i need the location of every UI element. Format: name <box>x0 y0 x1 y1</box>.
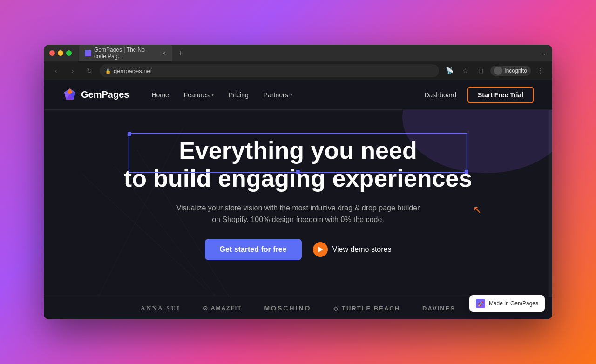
cursor-icon: ↖ <box>473 204 481 216</box>
get-started-button[interactable]: Get started for free <box>205 239 302 260</box>
nav-features[interactable]: Features ▾ <box>184 91 214 99</box>
hero-subtitle: Visualize your store vision with the mos… <box>172 202 424 226</box>
features-chevron: ▾ <box>211 92 214 97</box>
demo-label: View demo stores <box>332 245 392 254</box>
made-badge-label: Made in GemPages <box>489 300 538 307</box>
hero-title-line1: Everything you need <box>179 137 417 164</box>
tab-favicon <box>85 50 91 56</box>
logo[interactable]: GemPages <box>62 88 129 102</box>
tab-bar: GemPages | The No-code Pag... ✕ + <box>79 45 538 62</box>
cast-button[interactable]: 📡 <box>443 64 456 77</box>
url-text: gempages.net <box>114 67 152 74</box>
title-bar: GemPages | The No-code Pag... ✕ + ⌄ <box>44 45 552 61</box>
new-tab-button[interactable]: + <box>174 47 187 60</box>
nav-home[interactable]: Home <box>151 91 169 99</box>
minimize-window-button[interactable] <box>58 50 63 56</box>
brand-anna-sui: ANNA SUI <box>141 304 181 312</box>
profile-button[interactable]: ⊡ <box>474 64 488 77</box>
play-button <box>313 242 328 257</box>
page-content: GemPages Home Features ▾ Pricing Partner… <box>44 80 552 319</box>
reload-button[interactable]: ↻ <box>83 64 96 77</box>
address-actions: 📡 ☆ ⊡ Incognito ⋮ <box>443 64 547 77</box>
nav-actions: Dashboard Start Free Trial <box>424 87 534 103</box>
logo-text: GemPages <box>81 89 129 100</box>
tab-title: GemPages | The No-code Pag... <box>94 47 159 60</box>
close-window-button[interactable] <box>49 50 55 56</box>
hero-title-line2: to build engaging experiences <box>124 165 472 192</box>
back-button[interactable]: ‹ <box>49 64 62 77</box>
gempages-badge-icon: 🚀 <box>476 299 485 308</box>
address-bar: ‹ › ↻ 🔒 gempages.net 📡 ☆ ⊡ Incognito ⋮ <box>44 61 552 80</box>
browser-more-button[interactable]: ⌄ <box>542 50 547 56</box>
incognito-badge: Incognito <box>490 66 531 76</box>
browser-tab[interactable]: GemPages | The No-code Pag... ✕ <box>79 45 172 62</box>
nav-partners[interactable]: Partners ▾ <box>264 91 292 99</box>
hero-cta: Get started for free View demo stores <box>205 239 392 260</box>
incognito-icon <box>494 67 502 75</box>
forward-button[interactable]: › <box>66 64 79 77</box>
dashboard-link[interactable]: Dashboard <box>424 91 456 99</box>
hero-title: Everything you need to build engaging ex… <box>124 137 472 193</box>
logo-icon <box>62 88 77 102</box>
brand-turtle-beach: ◇ TURTLE BEACH <box>333 305 400 312</box>
nav-links: Home Features ▾ Pricing Partners ▾ <box>151 91 424 99</box>
incognito-label: Incognito <box>504 67 527 74</box>
tab-close-button[interactable]: ✕ <box>162 50 167 56</box>
selection-handle-tl <box>128 132 131 136</box>
start-trial-button[interactable]: Start Free Trial <box>467 87 534 103</box>
brand-moschino: MOSCHINO <box>264 304 311 312</box>
play-triangle-icon <box>318 247 323 252</box>
nav-pricing[interactable]: Pricing <box>229 91 249 99</box>
lock-icon: 🔒 <box>105 68 111 74</box>
hero-section: Everything you need to build engaging ex… <box>44 110 552 297</box>
navbar: GemPages Home Features ▾ Pricing Partner… <box>44 80 552 110</box>
brand-amazfit: ⊙ AMAZFIT <box>203 305 242 311</box>
partners-chevron: ▾ <box>290 92 292 97</box>
fullscreen-window-button[interactable] <box>66 50 72 56</box>
browser-window: GemPages | The No-code Pag... ✕ + ⌄ ‹ › … <box>44 45 552 319</box>
browser-menu-button[interactable]: ⋮ <box>534 64 547 77</box>
bookmark-button[interactable]: ☆ <box>459 64 472 77</box>
url-bar[interactable]: 🔒 gempages.net <box>100 64 439 77</box>
traffic-lights <box>49 50 72 56</box>
demo-link[interactable]: View demo stores <box>313 242 392 257</box>
brand-davines: davines <box>422 305 455 312</box>
hero-title-wrapper: Everything you need to build engaging ex… <box>124 137 472 202</box>
made-in-gempages-badge[interactable]: 🚀 Made in GemPages <box>469 295 545 312</box>
